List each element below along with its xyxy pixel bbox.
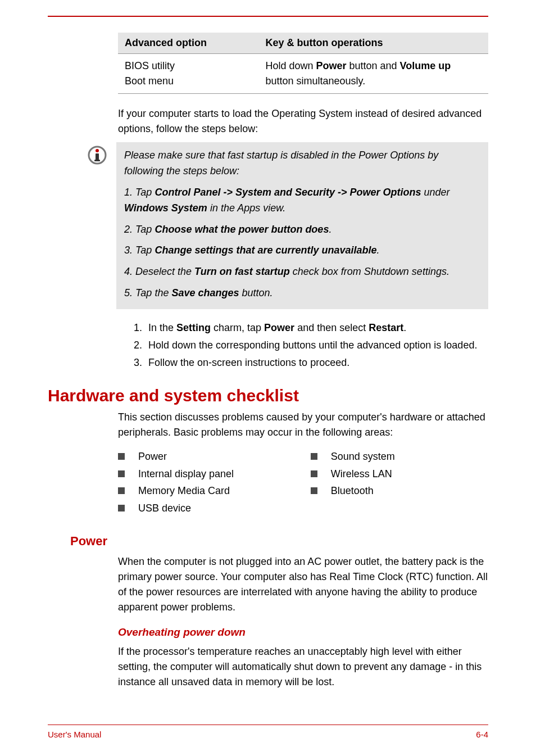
note-p1: Please make sure that fast startup is di…: [124, 148, 480, 179]
cell-key-operations: Hold down Power button and Volume up but…: [258, 54, 488, 94]
bullet-square-icon: [118, 487, 125, 494]
overheat-paragraph: If the processor's temperature reaches a…: [118, 644, 488, 690]
text: 4. Deselect the: [124, 266, 194, 277]
bullet-square-icon: [118, 470, 125, 477]
list-item: Follow the on-screen instructions to pro…: [145, 355, 488, 370]
text: .: [403, 322, 406, 333]
text: In the: [148, 322, 176, 333]
text: charm, tap: [211, 322, 264, 333]
svg-rect-2: [96, 153, 99, 160]
text: check box from Shutdown settings.: [290, 266, 449, 277]
svg-point-1: [96, 149, 99, 152]
text-bold: Save changes: [171, 287, 239, 298]
list-item: Internal display panel: [118, 465, 311, 483]
bullet-square-icon: [311, 470, 317, 477]
cell-boot-menu: Boot menu: [125, 74, 252, 89]
text-bold: Restart: [369, 322, 403, 333]
footer-left: User's Manual: [48, 730, 101, 739]
text-bold: Setting: [176, 322, 211, 333]
text-bold: Choose what the power button does: [155, 224, 329, 235]
text: in the Apps view.: [207, 202, 285, 214]
text-bold: Windows System: [124, 202, 207, 214]
bullet-square-icon: [311, 487, 317, 494]
list-item: Hold down the corresponding buttons unti…: [145, 338, 488, 353]
table-header-advanced-option: Advanced option: [118, 33, 258, 54]
text-bold: Power: [264, 322, 294, 333]
heading-overheating: Overheating power down: [118, 626, 488, 639]
text: and then select: [294, 322, 369, 333]
steps-list: In the Setting charm, tap Power and then…: [118, 320, 488, 370]
checklist-intro: This section discusses problems caused b…: [118, 410, 488, 440]
note-box: Please make sure that fast startup is di…: [48, 142, 488, 309]
text: under: [421, 187, 450, 198]
text-bold: Control Panel -> System and Security -> …: [155, 187, 421, 198]
text-bold: Power: [316, 60, 346, 71]
bullet-square-icon: [311, 453, 317, 460]
text: 5. Tap the: [124, 287, 171, 298]
header-rule: [48, 16, 488, 17]
list-item: Bluetooth: [311, 482, 488, 500]
checklist-label: Internal display panel: [138, 465, 234, 483]
checklist-label: Bluetooth: [331, 482, 374, 500]
text: button simultaneously.: [265, 75, 365, 87]
power-paragraph: When the computer is not plugged into an…: [118, 554, 488, 615]
list-item: Memory Media Card: [118, 482, 311, 500]
footer-page-number: 6-4: [476, 730, 488, 739]
note-p5: 4. Deselect the Turn on fast startup che…: [124, 264, 480, 280]
checklist-label: Memory Media Card: [138, 482, 230, 500]
list-item: In the Setting charm, tap Power and then…: [145, 320, 488, 336]
table-header-key-operations: Key & button operations: [258, 33, 488, 54]
checklist-label: Power: [138, 448, 167, 465]
text: 3. Tap: [124, 245, 155, 256]
note-p6: 5. Tap the Save changes button.: [124, 286, 480, 301]
checklist-label: Wireless LAN: [331, 465, 392, 483]
text: 2. Tap: [124, 224, 155, 235]
svg-rect-3: [94, 160, 100, 161]
cell-bios-utility: BIOS utility: [125, 58, 252, 74]
heading-hardware-checklist: Hardware and system checklist: [48, 386, 488, 405]
note-p2: 1. Tap Control Panel -> System and Secur…: [124, 185, 480, 216]
note-p4: 3. Tap Change settings that are currentl…: [124, 243, 480, 259]
bullet-square-icon: [118, 453, 125, 460]
text: .: [329, 224, 331, 235]
intro-paragraph: If your computer starts to load the Oper…: [118, 106, 488, 137]
note-p3: 2. Tap Choose what the power button does…: [124, 222, 480, 238]
info-icon: [83, 142, 112, 165]
list-item: USB device: [118, 500, 311, 517]
text-bold: Change settings that are currently unava…: [155, 245, 376, 256]
text: 1. Tap: [124, 187, 155, 198]
checklist-columns: Power Internal display panel Memory Medi…: [118, 448, 488, 517]
page-footer: User's Manual 6-4: [0, 725, 536, 756]
text: .: [377, 245, 380, 256]
advanced-options-table: Advanced option Key & button operations …: [118, 33, 488, 94]
heading-power: Power: [70, 534, 488, 549]
checklist-label: Sound system: [331, 448, 395, 465]
list-item: Power: [118, 448, 311, 465]
text-bold: Turn on fast startup: [194, 266, 290, 277]
text: button and: [347, 60, 400, 71]
text-bold: Volume up: [400, 60, 451, 71]
text: Hold down: [265, 60, 316, 71]
table-row: BIOS utility Boot menu Hold down Power b…: [118, 54, 488, 94]
bullet-square-icon: [118, 505, 125, 511]
footer-rule: [48, 725, 488, 725]
list-item: Sound system: [311, 448, 488, 465]
text: button.: [239, 287, 272, 298]
list-item: Wireless LAN: [311, 465, 488, 483]
checklist-label: USB device: [138, 500, 191, 517]
